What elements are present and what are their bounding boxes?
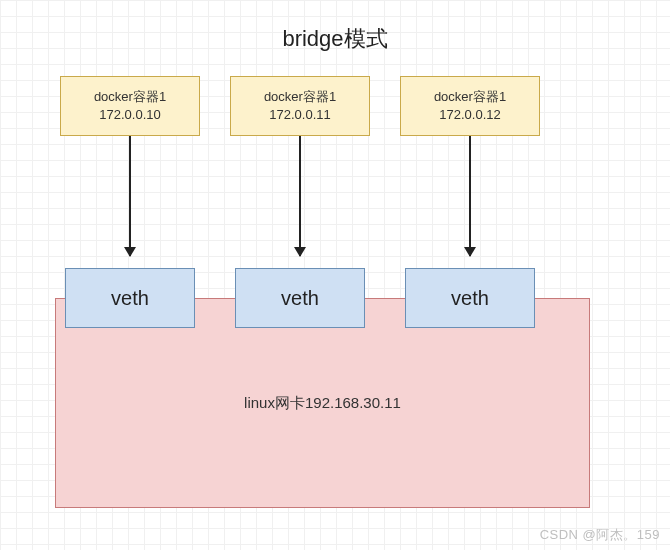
docker-container-1: docker容器1 172.0.0.10 xyxy=(60,76,200,136)
arrow-3 xyxy=(469,136,471,256)
veth-label: veth xyxy=(281,287,319,310)
veth-box-3: veth xyxy=(405,268,535,328)
veth-label: veth xyxy=(111,287,149,310)
container-name: docker容器1 xyxy=(434,88,506,106)
veth-box-1: veth xyxy=(65,268,195,328)
linux-nic-box: linux网卡192.168.30.11 xyxy=(55,298,590,508)
container-ip: 172.0.0.11 xyxy=(269,106,330,124)
veth-label: veth xyxy=(451,287,489,310)
docker-container-2: docker容器1 172.0.0.11 xyxy=(230,76,370,136)
docker-container-3: docker容器1 172.0.0.12 xyxy=(400,76,540,136)
veth-box-2: veth xyxy=(235,268,365,328)
container-name: docker容器1 xyxy=(94,88,166,106)
container-ip: 172.0.0.10 xyxy=(99,106,160,124)
diagram-title: bridge模式 xyxy=(0,24,670,54)
container-name: docker容器1 xyxy=(264,88,336,106)
arrow-1 xyxy=(129,136,131,256)
container-ip: 172.0.0.12 xyxy=(439,106,500,124)
arrow-2 xyxy=(299,136,301,256)
diagram-canvas: bridge模式 docker容器1 172.0.0.10 docker容器1 … xyxy=(0,0,670,550)
watermark: CSDN @阿杰。159 xyxy=(540,526,660,544)
linux-label: linux网卡192.168.30.11 xyxy=(244,394,401,413)
